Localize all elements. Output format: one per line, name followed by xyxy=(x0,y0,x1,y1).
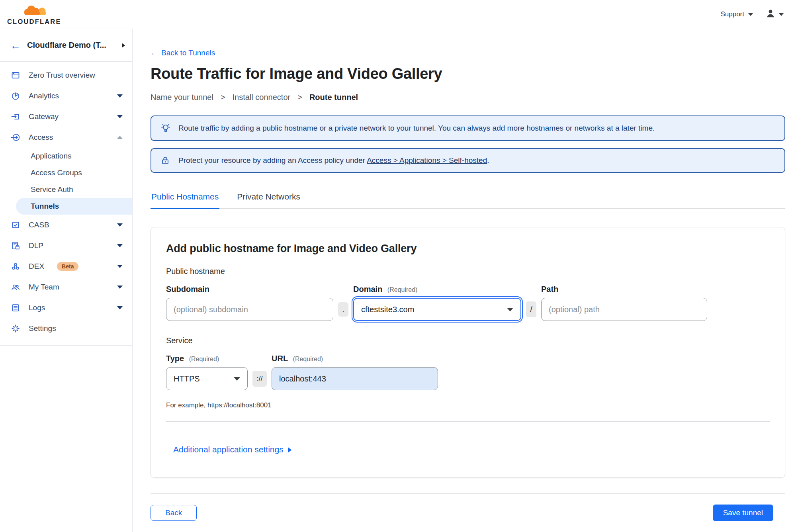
access-icon xyxy=(10,132,21,143)
gear-icon xyxy=(10,323,21,334)
access-banner-suffix: . xyxy=(487,156,489,164)
back-arrow-icon: ← xyxy=(151,49,158,57)
user-icon xyxy=(765,8,776,20)
step-route-tunnel: Route tunnel xyxy=(309,93,358,102)
card-divider xyxy=(166,421,770,422)
chevron-down-icon xyxy=(117,115,123,118)
info-banner: Route traffic by adding a public hostnam… xyxy=(151,115,785,141)
pie-chart-icon xyxy=(10,91,21,101)
page-title: Route Traffic for Image and Video Galler… xyxy=(151,65,785,82)
url-example-text: For example, https://localhost:8001 xyxy=(166,401,770,409)
sidebar-item-label: Access Groups xyxy=(31,168,82,177)
chevron-down-icon xyxy=(117,286,123,289)
sidebar-item-service-auth[interactable]: Service Auth xyxy=(0,181,132,198)
chevron-down-icon xyxy=(778,13,784,16)
sidebar-account-header: ← Cloudflare Demo (T... xyxy=(0,29,132,62)
required-tag: (Required) xyxy=(293,356,323,362)
logs-icon xyxy=(10,303,21,313)
back-button[interactable]: Back xyxy=(151,505,197,521)
public-hostname-section-label: Public hostname xyxy=(166,267,770,276)
chevron-up-icon xyxy=(117,136,123,139)
cloudflare-cloud-icon xyxy=(20,3,49,19)
top-bar: CLOUDFLARE Support xyxy=(0,0,796,29)
sidebar-item-settings[interactable]: Settings xyxy=(0,318,132,339)
card-title: Add public hostname for Image and Video … xyxy=(166,243,770,255)
service-type-value: HTTPS xyxy=(174,374,200,383)
sidebar-item-label: Logs xyxy=(29,303,45,312)
additional-settings-label: Additional application settings xyxy=(173,445,284,454)
info-banner-text: Route traffic by adding a public hostnam… xyxy=(178,124,655,133)
scheme-separator: :// xyxy=(252,371,267,387)
back-to-tunnels-link[interactable]: ← Back to Tunnels xyxy=(151,49,215,57)
sidebar-item-dex[interactable]: DEX Beta xyxy=(0,256,132,277)
sidebar-divider xyxy=(0,345,132,346)
sidebar-item-my-team[interactable]: My Team xyxy=(0,277,132,297)
support-label: Support xyxy=(720,10,744,18)
support-menu[interactable]: Support xyxy=(720,10,753,18)
sidebar-item-label: Access xyxy=(29,133,53,142)
sidebar-item-analytics[interactable]: Analytics xyxy=(0,86,132,106)
cloudflare-logo[interactable]: CLOUDFLARE xyxy=(7,3,61,25)
url-input[interactable] xyxy=(272,367,438,390)
service-type-select[interactable]: HTTPS xyxy=(166,367,248,390)
sidebar-item-dlp[interactable]: DLP xyxy=(0,235,132,256)
subdomain-input[interactable] xyxy=(166,298,333,321)
tab-bar: Public Hostnames Private Networks xyxy=(151,192,785,209)
domain-select[interactable]: cftestsite3.com xyxy=(353,298,521,321)
service-labels-row: Type (Required) URL (Required) xyxy=(166,354,770,363)
sidebar-item-label: Zero Trust overview xyxy=(29,71,95,80)
sidebar-item-access[interactable]: Access xyxy=(0,127,132,148)
sidebar-item-applications[interactable]: Applications xyxy=(0,148,132,164)
casb-icon xyxy=(10,220,21,230)
beta-badge: Beta xyxy=(57,262,78,271)
step-name-your-tunnel[interactable]: Name your tunnel xyxy=(151,93,213,102)
topbar-right: Support xyxy=(720,8,784,20)
sidebar-item-label: Analytics xyxy=(29,92,59,100)
required-tag: (Required) xyxy=(387,286,418,293)
sidebar-item-access-groups[interactable]: Access Groups xyxy=(0,164,132,181)
type-label-group: Type (Required) xyxy=(166,354,248,363)
sidebar-item-label: DEX xyxy=(29,262,44,271)
footer-divider xyxy=(151,493,785,494)
sidebar-item-logs[interactable]: Logs xyxy=(0,297,132,318)
slash-separator: / xyxy=(526,301,536,317)
access-banner-prefix: Protect your resource by adding an Acces… xyxy=(178,156,365,164)
access-policy-banner: Protect your resource by adding an Acces… xyxy=(151,148,785,173)
account-name: Cloudflare Demo (T... xyxy=(27,41,106,50)
step-install-connector[interactable]: Install connector xyxy=(233,93,291,102)
sidebar-item-label: Applications xyxy=(31,152,71,160)
sidebar-item-casb[interactable]: CASB xyxy=(0,215,132,235)
gateway-icon xyxy=(10,111,21,122)
sidebar-item-label: Tunnels xyxy=(31,202,59,211)
sidebar: ← Cloudflare Demo (T... Zero Trust overv… xyxy=(0,29,133,532)
team-icon xyxy=(10,282,21,292)
sidebar-item-label: DLP xyxy=(29,241,43,250)
user-account-menu[interactable] xyxy=(765,8,784,20)
chevron-down-icon xyxy=(507,308,513,311)
save-tunnel-button[interactable]: Save tunnel xyxy=(713,505,773,521)
domain-label-group: Domain (Required) xyxy=(353,285,521,294)
footer-actions: Back Save tunnel xyxy=(151,505,785,521)
path-input[interactable] xyxy=(541,298,707,321)
chevron-right-icon xyxy=(288,447,291,453)
hostname-fields-row: . cftestsite3.com / xyxy=(166,298,770,321)
sidebar-item-label: CASB xyxy=(29,221,49,229)
sidebar-item-gateway[interactable]: Gateway xyxy=(0,106,132,127)
back-link-label: Back to Tunnels xyxy=(161,49,215,57)
back-arrow-icon[interactable]: ← xyxy=(10,40,21,51)
subdomain-label: Subdomain xyxy=(166,285,333,294)
sidebar-item-tunnels[interactable]: Tunnels xyxy=(16,198,132,215)
cloudflare-wordmark: CLOUDFLARE xyxy=(7,18,61,25)
lock-icon xyxy=(160,155,171,166)
additional-settings-link[interactable]: Additional application settings xyxy=(173,445,291,454)
tab-public-hostnames[interactable]: Public Hostnames xyxy=(151,192,219,209)
sidebar-item-label: My Team xyxy=(29,283,59,291)
service-section-label: Service xyxy=(166,336,770,345)
chevron-down-icon xyxy=(748,13,753,16)
document-lock-icon xyxy=(10,241,21,251)
tab-private-networks[interactable]: Private Networks xyxy=(236,192,301,209)
chevron-right-icon[interactable] xyxy=(122,43,125,48)
service-fields-row: HTTPS :// xyxy=(166,367,770,390)
access-applications-link[interactable]: Access > Applications > Self-hosted xyxy=(367,156,487,164)
sidebar-item-zero-trust-overview[interactable]: Zero Trust overview xyxy=(0,65,132,86)
